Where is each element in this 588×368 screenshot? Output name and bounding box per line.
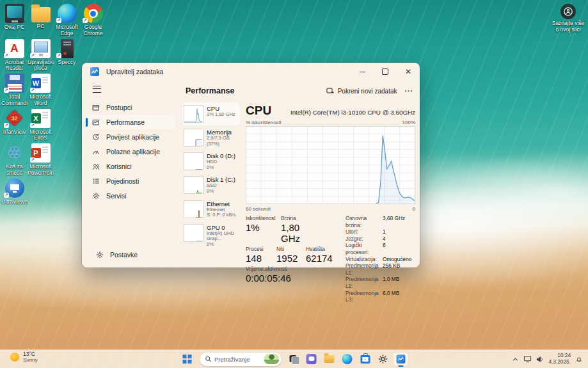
person-circle-icon (560, 4, 576, 19)
detail-row: Osnovna brzina: 3,60 GHz (346, 215, 411, 228)
app-icon (5, 4, 24, 23)
tray-chevron-up-icon[interactable] (512, 356, 519, 363)
start-button[interactable] (179, 351, 195, 367)
detail-row: Logički procesori: 8 (346, 242, 411, 255)
perf-list-item-gpu-0[interactable]: GPU 0 Intel(R) UHD Grap... 0% (182, 221, 240, 250)
cpu-utilization-value: 1% (246, 222, 281, 244)
page-title: Performanse (186, 86, 234, 95)
chat-button[interactable] (303, 351, 319, 367)
cpu-usage-chart (246, 126, 415, 204)
performance-list: CPU 1% 1,80 GHz (182, 102, 240, 251)
sidebar-item-postupci[interactable]: Postupci (86, 100, 175, 115)
maximize-button[interactable] (374, 63, 397, 81)
perf-list-item-memorija[interactable]: Memorija 2,9/7,9 GB (37%) (182, 126, 240, 149)
sidebar-item-postavke[interactable]: Postavke (90, 248, 171, 262)
more-options-button[interactable]: ··· (405, 87, 414, 95)
sidebar-item-povijest-aplikacije[interactable]: Povijest aplikacije (86, 130, 175, 144)
new-task-icon (326, 87, 334, 95)
desktop-icon-word[interactable]: ↗ Microsoft Word (28, 74, 54, 106)
shortcut-arrow-icon: ↗ (83, 18, 88, 23)
sidebar: Postupci Performanse Povijest aplikacije (82, 81, 179, 268)
perf-list-item-disk-0[interactable]: Disk 0 (D:) HDD 0% (182, 150, 240, 173)
detail-row: Utori: 1 (346, 228, 411, 236)
desktop-icon-ultraviewer[interactable]: ↗ UltraViewer (1, 179, 28, 205)
shortcut-arrow-icon: ↗ (30, 123, 35, 128)
detail-row: Jezgre: 4 (346, 236, 411, 243)
sidebar-item-polazne-aplikacije[interactable]: Polazne aplikacije (86, 145, 175, 159)
x-axis-right: 0 (413, 206, 415, 212)
taskbar: 13°C Sunny Pretraživanje (0, 349, 588, 368)
y-axis-max: 100% (402, 120, 415, 125)
speaker-icon[interactable] (536, 356, 544, 363)
clock[interactable]: 10:24 4.3.2025. (548, 353, 571, 365)
title-bar[interactable]: Upravitelj zadataka ✕ (82, 63, 420, 81)
mini-graph (184, 105, 203, 123)
threads-value: 1952 (276, 253, 306, 264)
store-button[interactable] (357, 351, 373, 367)
perf-list-item-disk-1[interactable]: Disk 1 (C:) SSD 0% (182, 173, 240, 196)
run-new-task-button[interactable]: Pokreni novi zadatak (326, 87, 397, 95)
store-icon (360, 355, 370, 364)
sidebar-item-icon (92, 192, 100, 200)
cpu-device-name: Intel(R) Core(TM) i3-10100 CPU @ 3.60GHz (290, 109, 415, 116)
sidebar-item-icon (92, 133, 100, 141)
shortcut-arrow-icon: ↗ (4, 88, 9, 93)
desktop-icon-total-commander[interactable]: ↗ Total Commander (1, 74, 28, 106)
desktop-icon-control-panel[interactable]: ↗ Upravljačka ploča (28, 39, 54, 72)
desktop-icon-speccy[interactable]: ↗ Speccy (54, 39, 80, 66)
mini-graph (184, 224, 203, 242)
cpu-panel: CPU Intel(R) Core(TM) i3-10100 CPU @ 3.6… (246, 104, 415, 266)
spotlight-info-icon[interactable]: Saznajte više o ovoj slici (552, 4, 585, 33)
network-display-icon[interactable] (523, 355, 532, 363)
search-highlight-image[interactable] (264, 354, 279, 364)
shortcut-arrow-icon: ↗ (56, 53, 61, 58)
desktop-icon-excel[interactable]: ↗ Microsoft Excel (28, 109, 54, 141)
y-axis-label: % iskorištenosti (246, 120, 282, 125)
desktop-icon-folder[interactable]: ↗ PC (28, 4, 54, 30)
sidebar-item-pojedinosti[interactable]: Pojedinosti (86, 174, 175, 188)
detail-row: Predmemorija L1: 256 KB (346, 262, 411, 276)
app-icon (5, 143, 24, 163)
weather-widget[interactable]: 13°C Sunny (10, 351, 38, 363)
sidebar-item-servisi[interactable]: Servisi (86, 189, 175, 203)
uptime-value: 0:00:05:46 (246, 273, 291, 284)
shortcut-arrow-icon: ↗ (4, 53, 9, 58)
task-view-button[interactable] (285, 351, 301, 367)
search-input[interactable]: Pretraživanje (200, 353, 281, 366)
sidebar-item-label: Pojedinosti (106, 177, 139, 185)
desktop-icon-acrobat[interactable]: ↗ Acrobat Reader (1, 39, 28, 72)
handles-value: 62174 (306, 253, 333, 264)
hamburger-menu-icon[interactable] (93, 86, 101, 93)
desktop-icon-edge[interactable]: ↗ Microsoft Edge (54, 4, 80, 36)
windows-logo-icon (183, 355, 192, 364)
shortcut-arrow-icon: ↗ (30, 157, 35, 163)
task-manager-icon (397, 355, 406, 364)
close-button[interactable]: ✕ (397, 63, 420, 81)
notification-bell-icon[interactable] (575, 355, 583, 363)
desktop-icon-chrome[interactable]: ↗ Google Chrome (80, 4, 106, 36)
sidebar-item-korisnici[interactable]: Korisnici (86, 159, 175, 173)
desktop-icon-powerpoint[interactable]: ↗ Microsoft PowerPoint (28, 143, 54, 176)
sidebar-item-performanse[interactable]: Performanse (86, 115, 175, 129)
task-manager-icon (90, 67, 99, 76)
sidebar-item-icon (92, 177, 100, 185)
desktop-icon-recycle-bin[interactable]: ↗ Koš za smeće (1, 143, 28, 176)
mini-graph (184, 200, 203, 218)
edge-button[interactable] (339, 351, 355, 367)
task-manager-taskbar-button[interactable] (393, 351, 409, 367)
sidebar-item-icon (92, 163, 100, 170)
sidebar-item-label: Performanse (106, 118, 145, 126)
perf-list-item-ethernet[interactable]: Ethernet Ethernet S: 0 P: 0 kB/s (182, 198, 240, 221)
sidebar-item-label: Postupci (106, 104, 132, 111)
sidebar-item-label: Postavke (110, 251, 138, 259)
cpu-details: Osnovna brzina: 3,60 GHz Utori: 1 (346, 215, 411, 303)
edge-icon (342, 354, 353, 364)
sidebar-item-icon (92, 118, 100, 126)
desktop-icon-this-pc[interactable]: ↗ Ovaj PC (1, 4, 28, 31)
minimize-button[interactable] (351, 63, 374, 81)
settings-button[interactable] (375, 351, 391, 367)
desktop-icon-irfanview[interactable]: ↗ IrfanView (1, 109, 28, 136)
file-explorer-button[interactable] (321, 351, 337, 367)
perf-list-item-cpu[interactable]: CPU 1% 1,80 GHz (182, 102, 240, 125)
cpu-title: CPU (246, 104, 271, 118)
